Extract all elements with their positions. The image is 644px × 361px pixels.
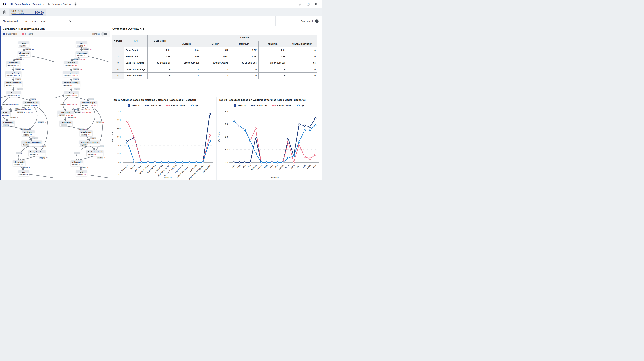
select-series-checkbox[interactable]: ✓ Select ···: [128, 104, 140, 107]
question-circle-icon[interactable]: ?: [306, 2, 310, 6]
comparison-map-panel[interactable]: Comparison Frequency Based Map Base Mode…: [0, 26, 110, 180]
map-node-ImmediateRepair[interactable]: ImmediateRepair Avg. (WK) 1h 56m 43s: [23, 101, 39, 107]
data-point[interactable]: [209, 140, 211, 142]
data-point[interactable]: [188, 162, 190, 163]
case-filter-chip[interactable]: 1.0K / 1.0K cases selected 100 %: [9, 9, 46, 16]
data-point[interactable]: [288, 157, 289, 159]
map-node-Start[interactable]: Start Avg. (WK) 0s: [76, 41, 87, 47]
map-node-SendTicketToFinAdmin[interactable]: SendTicketToFinAdmin Avg. (WK) 0s: [79, 141, 100, 146]
data-point[interactable]: [134, 137, 135, 139]
map-node-FirstContact[interactable]: FirstContact Avg. (WK) 0s: [18, 51, 30, 57]
legend-item-scenario-model[interactable]: scenario model: [166, 104, 185, 107]
process-edge-RepairReady-SendTicketToFinAdmin[interactable]: [28, 136, 32, 141]
process-edge-InformClientSurvey-Survey[interactable]: [13, 86, 14, 91]
map-node-ImmediateRepair[interactable]: ImmediateRepair Avg. (WK) 1h 56m 43s: [81, 101, 97, 107]
data-point[interactable]: [304, 156, 305, 158]
map-node-InformClientSurvey[interactable]: InformClientSurvey Avg. (WK) 0s: [4, 81, 22, 87]
info-circle-icon[interactable]: [74, 2, 78, 6]
data-point[interactable]: [314, 117, 316, 119]
map-node-FirstContact[interactable]: FirstContact Avg. (WK) 0s: [76, 51, 88, 57]
legend-item-scenario-model[interactable]: scenario model: [272, 104, 291, 107]
process-edge-Survey-ImmediateRepair[interactable]: [72, 96, 89, 101]
process-edge-SendTicketToFinAdmin-ReadyInformClient[interactable]: [90, 146, 95, 150]
map-node-InformClientSurvey[interactable]: InformClientSurvey Avg. (WK) 0s: [62, 81, 80, 87]
map-node-TicketReady[interactable]: TicketReady Avg. (WK) 0s: [13, 160, 25, 166]
base-model-map[interactable]: Avg. (WA) 0sAvg. (WA) 0sAvg. (WA) 0sAvg.…: [0, 37, 55, 180]
sliders-icon[interactable]: [76, 19, 80, 23]
map-node-TicketReady[interactable]: TicketReady Avg. (WK) 0s: [71, 160, 83, 166]
map-node-ExternRepair[interactable]: ExternRepair Avg. (WK) 0s: [2, 121, 14, 126]
data-point[interactable]: [182, 162, 183, 163]
data-point[interactable]: [255, 128, 256, 129]
data-point[interactable]: [209, 134, 211, 136]
map-node-End[interactable]: End Avg. (WK) 0s: [18, 170, 29, 176]
map-node-End[interactable]: End Avg. (WK) 0s: [76, 170, 87, 176]
data-point[interactable]: [309, 158, 311, 159]
map-node-ArrangeSurvey[interactable]: ArrangeSurvey Avg. (WK) 2h 0m 32s: [6, 71, 21, 77]
data-point[interactable]: [134, 161, 135, 163]
map-node-Start[interactable]: Start Avg. (WK) 0s: [18, 41, 29, 47]
data-point[interactable]: [298, 124, 300, 125]
info-filled-icon[interactable]: i: [315, 19, 319, 23]
breadcrumb-analysis-link[interactable]: Basic Analysis (Repair): [14, 3, 41, 5]
data-point[interactable]: [304, 129, 305, 131]
data-point[interactable]: [293, 155, 294, 157]
combine-toggle[interactable]: [102, 32, 107, 35]
map-node-Survey[interactable]: Survey Avg. (WK) 40m 30s: [64, 91, 78, 97]
data-point[interactable]: [255, 137, 256, 138]
process-edge-Start-FirstContact[interactable]: [82, 47, 82, 51]
process-edge-SendTicketToFinAdmin-ReadyInformClient[interactable]: [32, 146, 37, 150]
data-point[interactable]: [140, 162, 142, 163]
legend-item-base-model[interactable]: base model: [252, 104, 267, 107]
data-point[interactable]: [209, 113, 211, 115]
data-point[interactable]: [293, 162, 294, 163]
bell-icon[interactable]: [298, 2, 302, 6]
map-node-RepairReady[interactable]: RepairReady Avg. (WK) 0s: [22, 130, 34, 136]
data-point[interactable]: [244, 162, 246, 163]
simulation-model-select[interactable]: Add resources model: [24, 18, 74, 24]
data-point[interactable]: [250, 162, 251, 163]
layers-icon[interactable]: [2, 10, 6, 14]
process-edge-RepairReady-SendTicketToFinAdmin[interactable]: [86, 136, 90, 141]
data-point[interactable]: [309, 129, 311, 131]
scenario-map[interactable]: Avg. (WA) 0sAvg. (WA) 1m 22sAvg. (WA) 57…: [55, 37, 110, 180]
data-point[interactable]: [161, 162, 162, 163]
process-edge-ReadyInformClient-TicketReady[interactable]: [19, 155, 37, 160]
map-node-InternRepair[interactable]: InternRepair Avg. (WK) 3h 41m 52s: [0, 111, 10, 116]
data-point[interactable]: [271, 162, 273, 163]
data-point[interactable]: [304, 125, 305, 126]
data-point[interactable]: [175, 162, 176, 163]
map-node-ReadyInformClient[interactable]: ReadyInformClient Avg. (WK) 0s: [29, 150, 46, 156]
data-point[interactable]: [298, 141, 300, 142]
person-icon[interactable]: [314, 2, 318, 6]
map-node-ArrangeSurvey[interactable]: ArrangeSurvey Avg. (WK) 2h 0m 32s: [63, 71, 79, 77]
data-point[interactable]: [147, 162, 149, 163]
select-series-checkbox[interactable]: ✓ Select ···: [234, 104, 246, 107]
data-point[interactable]: [260, 162, 262, 163]
data-point[interactable]: [250, 140, 251, 142]
data-point[interactable]: [127, 140, 128, 142]
data-point[interactable]: [127, 142, 128, 144]
process-edge-Start-FirstContact[interactable]: [24, 47, 24, 51]
data-point[interactable]: [154, 162, 156, 163]
process-edge-Survey-InternRepair[interactable]: [63, 96, 69, 111]
data-point[interactable]: [202, 162, 204, 163]
app-logo[interactable]: [3, 2, 6, 5]
data-point[interactable]: [288, 141, 289, 143]
map-node-RepairReady[interactable]: RepairReady Avg. (WK) 0s: [80, 130, 92, 136]
map-node-InternRepair[interactable]: InternRepair Avg. (WK) 3h 41m 52s: [58, 111, 74, 116]
data-point[interactable]: [238, 125, 240, 127]
legend-item-gap[interactable]: gap: [191, 104, 199, 107]
map-node-MakeTicket[interactable]: MakeTicket Avg. (WK) 4m 26s: [6, 61, 20, 67]
data-point[interactable]: [314, 125, 316, 126]
process-edge-ReadyInformClient-TicketReady[interactable]: [77, 155, 95, 160]
process-edge-Survey-ImmediateRepair[interactable]: [14, 96, 31, 101]
process-edge-InformClientSurvey-Survey[interactable]: [71, 86, 72, 91]
data-point[interactable]: [195, 162, 197, 163]
map-node-MakeTicket[interactable]: MakeTicket Avg. (WK) 4m 26s: [64, 61, 78, 67]
data-point[interactable]: [298, 144, 300, 146]
data-point[interactable]: [233, 120, 235, 121]
data-point[interactable]: [314, 154, 316, 156]
data-point[interactable]: [244, 129, 246, 131]
data-point[interactable]: [127, 121, 128, 122]
